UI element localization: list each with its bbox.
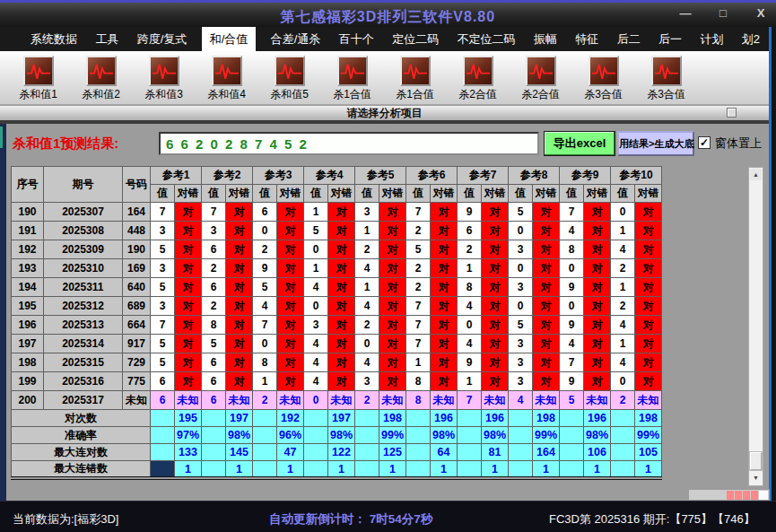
result-cell[interactable]: 对	[482, 240, 509, 259]
number-cell[interactable]: 190	[123, 240, 151, 259]
number-cell[interactable]: 917	[123, 335, 151, 353]
result-cell[interactable]: 对	[277, 278, 304, 297]
menu-item-1[interactable]: 系统数据	[27, 27, 81, 51]
value-cell[interactable]: 1	[253, 372, 277, 391]
summary-empty-cell[interactable]	[611, 427, 635, 444]
value-cell[interactable]: 0	[304, 240, 328, 259]
value-cell[interactable]: 5	[151, 335, 175, 353]
summary-value-cell[interactable]: 98%	[482, 427, 509, 444]
value-cell[interactable]: 0	[458, 316, 482, 335]
summary-empty-cell[interactable]	[560, 461, 584, 479]
toolbar-button-3[interactable]: 杀和值3	[138, 56, 189, 104]
horizontal-scrollbar-thumb[interactable]	[743, 491, 750, 500]
value-cell[interactable]: 4	[355, 297, 379, 316]
result-cell[interactable]: 对	[175, 259, 202, 278]
scroll-down-icon[interactable]: ▼	[750, 472, 762, 484]
menu-item-11[interactable]: 后二	[614, 27, 644, 51]
summary-value-cell[interactable]: 1	[431, 461, 458, 479]
result-cell[interactable]: 未知	[584, 391, 611, 410]
value-cell[interactable]: 1	[355, 278, 379, 297]
summary-value-cell[interactable]: 1	[175, 461, 202, 479]
result-cell[interactable]: 对	[226, 297, 253, 316]
value-cell[interactable]: 4	[355, 259, 379, 278]
summary-empty-cell[interactable]	[355, 461, 379, 479]
index-cell[interactable]: 198	[12, 353, 44, 372]
value-cell[interactable]: 4	[611, 353, 635, 372]
result-cell[interactable]: 对	[584, 372, 611, 391]
value-cell[interactable]: 2	[202, 259, 226, 278]
result-cell[interactable]: 对	[482, 278, 509, 297]
summary-value-cell[interactable]: 164	[533, 444, 560, 461]
value-cell[interactable]: 7	[151, 203, 175, 222]
result-cell[interactable]: 对	[226, 222, 253, 240]
summary-value-cell[interactable]: 96%	[277, 427, 304, 444]
value-cell[interactable]: 6	[458, 222, 482, 240]
value-cell[interactable]: 3	[355, 372, 379, 391]
value-cell[interactable]: 2	[611, 259, 635, 278]
number-cell[interactable]: 448	[123, 222, 151, 240]
issue-cell[interactable]: 2025316	[44, 372, 123, 391]
summary-empty-cell[interactable]	[253, 461, 277, 479]
summary-value-cell[interactable]: 47	[277, 444, 304, 461]
summary-empty-cell[interactable]	[406, 410, 431, 427]
result-cell[interactable]: 对	[635, 222, 662, 240]
value-cell[interactable]: 9	[560, 372, 584, 391]
result-cell[interactable]: 对	[482, 222, 509, 240]
result-cell[interactable]: 对	[226, 335, 253, 353]
value-cell[interactable]: 5	[406, 240, 431, 259]
result-cell[interactable]: 对	[533, 278, 560, 297]
value-cell[interactable]: 0	[304, 297, 328, 316]
issue-cell[interactable]: 2025313	[44, 316, 123, 335]
result-cell[interactable]: 对	[635, 259, 662, 278]
value-cell[interactable]: 0	[355, 335, 379, 353]
result-cell[interactable]: 对	[328, 278, 355, 297]
value-cell[interactable]: 2	[253, 391, 277, 410]
value-cell[interactable]: 4	[304, 278, 328, 297]
value-cell[interactable]: 2	[611, 391, 635, 410]
value-cell[interactable]: 4	[304, 372, 328, 391]
toolbar-button-5[interactable]: 杀和值5	[264, 56, 315, 104]
value-cell[interactable]: 7	[560, 353, 584, 372]
menu-item-12[interactable]: 后一	[655, 27, 685, 51]
number-cell[interactable]: 169	[123, 259, 151, 278]
summary-value-cell[interactable]: 81	[482, 444, 509, 461]
result-cell[interactable]: 对	[482, 259, 509, 278]
result-cell[interactable]: 未知	[431, 391, 458, 410]
summary-empty-cell[interactable]	[458, 444, 482, 461]
result-cell[interactable]: 对	[175, 335, 202, 353]
summary-empty-cell[interactable]	[560, 444, 584, 461]
result-cell[interactable]: 对	[379, 240, 406, 259]
value-cell[interactable]: 8	[406, 391, 431, 410]
summary-empty-cell[interactable]	[458, 410, 482, 427]
value-cell[interactable]: 5	[202, 335, 226, 353]
menu-item-8[interactable]: 不定位二码	[454, 27, 519, 51]
result-cell[interactable]: 对	[431, 278, 458, 297]
summary-empty-cell[interactable]	[202, 427, 226, 444]
value-cell[interactable]: 3	[509, 278, 533, 297]
result-cell[interactable]: 对	[584, 316, 611, 335]
summary-value-cell[interactable]: 196	[584, 410, 611, 427]
summary-empty-cell[interactable]	[253, 410, 277, 427]
value-cell[interactable]: 4	[611, 240, 635, 259]
number-cell[interactable]: 775	[123, 372, 151, 391]
result-cell[interactable]: 对	[431, 240, 458, 259]
value-cell[interactable]: 6	[253, 203, 277, 222]
menu-item-6[interactable]: 百十个	[336, 27, 378, 51]
horizontal-scrollbar[interactable]	[688, 489, 770, 501]
result-cell[interactable]: 对	[328, 222, 355, 240]
value-cell[interactable]: 9	[253, 259, 277, 278]
result-cell[interactable]: 未知	[226, 391, 253, 410]
value-cell[interactable]: 1	[304, 203, 328, 222]
result-cell[interactable]: 对	[379, 278, 406, 297]
summary-value-cell[interactable]: 1	[584, 461, 611, 479]
minimize-icon[interactable]: —	[677, 6, 693, 20]
summary-value-cell[interactable]: 99%	[635, 427, 662, 444]
value-cell[interactable]: 4	[560, 335, 584, 353]
summary-value-cell[interactable]: 1	[277, 461, 304, 479]
result-cell[interactable]: 对	[175, 297, 202, 316]
result-cell[interactable]: 对	[379, 372, 406, 391]
value-cell[interactable]: 8	[458, 278, 482, 297]
index-cell[interactable]: 196	[12, 316, 44, 335]
value-cell[interactable]: 0	[509, 297, 533, 316]
value-cell[interactable]: 2	[253, 240, 277, 259]
